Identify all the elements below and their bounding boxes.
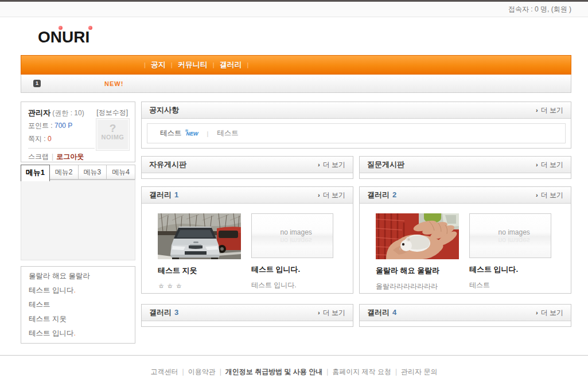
chevron-icon: › <box>536 161 538 168</box>
new-flag: NEW! <box>104 80 123 87</box>
nav-separator: | <box>144 61 146 68</box>
divider: | <box>52 153 53 161</box>
main-content: 공지사항 ›더 보기 테스트 NEW | 테스트 자유게시판 ›더 <box>141 102 571 344</box>
page-footer: 고객센터|이용약관|개인정보 취급방법 및 사용 안내|홈페이지 제작 요청|관… <box>0 355 588 386</box>
no-images-placeholder: no images no images <box>469 213 551 258</box>
board-question-section: 질문게시판 ›더 보기 <box>359 156 571 179</box>
point-label: 포인트 : <box>28 122 54 130</box>
logo-dot-icon <box>59 26 63 30</box>
nav-item-gallery[interactable]: 갤러리 <box>220 60 242 70</box>
gallery-item[interactable]: no images no images 테스트 입니다. 테스트 <box>469 213 552 293</box>
list-item[interactable]: 테스트 입니다. <box>29 283 127 298</box>
gallery-3-section: 갤러리3 ›더 보기 <box>141 304 353 327</box>
no-images-placeholder: no images no images <box>251 213 333 258</box>
gallery-more-link[interactable]: ›더 보기 <box>318 308 345 318</box>
footer-link-privacy[interactable]: 개인정보 취급방법 및 사용 안내 <box>225 368 322 376</box>
memo-label: 쪽지 : <box>28 135 48 143</box>
list-item[interactable]: 테스트 입니다. <box>29 326 127 341</box>
gallery-more-link[interactable]: ›더 보기 <box>536 190 563 200</box>
nav-separator: | <box>247 61 249 68</box>
board-more-link[interactable]: ›더 보기 <box>536 160 563 170</box>
divider: | <box>326 368 328 376</box>
list-item[interactable]: 테스트 지웃 <box>29 312 127 326</box>
profile-noimg-placeholder: ? NOIMG <box>96 118 130 151</box>
memo-value[interactable]: 0 <box>48 135 52 143</box>
notice-more-link[interactable]: ›더 보기 <box>536 106 563 115</box>
gallery-item-title[interactable]: 테스트 입니다. <box>469 264 552 275</box>
list-item[interactable]: 테스트 <box>29 298 127 312</box>
car-photo <box>158 213 241 259</box>
gallery-more-link[interactable]: ›더 보기 <box>536 308 563 318</box>
logout-link[interactable]: 로그아웃 <box>56 153 84 161</box>
gallery-item-title[interactable]: 테스트 입니다. <box>251 264 334 275</box>
footer-link-terms[interactable]: 이용약관 <box>188 368 216 376</box>
footer-link-support[interactable]: 고객센터 <box>151 368 178 376</box>
tab-menu3[interactable]: 메뉴3 <box>79 165 107 180</box>
board-more-link[interactable]: ›더 보기 <box>318 160 345 170</box>
footer-link-request[interactable]: 홈페이지 제작 요청 <box>332 368 391 376</box>
sidebar: 관리자 (권한 : 10) [정보수정] 포인트 : 700 P 쪽지 : 0 … <box>21 102 135 344</box>
gallery-title: 갤러리3 <box>149 307 178 318</box>
visitor-count: 접속자 : 0 명, (회원 ) <box>508 5 571 13</box>
gallery-4-section: 갤러리4 ›더 보기 <box>359 304 571 327</box>
nav-separator: | <box>171 61 173 68</box>
tab-menu2[interactable]: 메뉴2 <box>50 165 79 180</box>
noimg-question: ? <box>96 123 129 134</box>
main-nav: | 공지 | 커뮤니티 | 갤러리 | <box>21 55 571 75</box>
tab-menu4[interactable]: 메뉴4 <box>107 165 135 180</box>
divider: | <box>220 368 221 376</box>
sidebar-tab-panel <box>21 180 135 260</box>
gallery-item-title[interactable]: 테스트 지웃 <box>158 266 241 276</box>
board-title: 질문게시판 <box>367 159 404 170</box>
notice-title: 공지사항 <box>149 105 179 115</box>
notice-section: 공지사항 ›더 보기 테스트 NEW | 테스트 <box>141 102 571 149</box>
admin-permission: (권한 : 10) <box>52 109 84 117</box>
gallery-item-sub: 올랄라라라라라라라 <box>376 282 459 291</box>
gallery-1-section: 갤러리1 ›더 보기 <box>141 186 353 294</box>
sidebar-tabs: 메뉴1 메뉴2 메뉴3 메뉴4 <box>21 165 135 180</box>
nav-separator: | <box>213 61 215 68</box>
gallery-item-sub: 테스트 <box>469 280 552 290</box>
gallery-title: 갤러리1 <box>149 190 178 200</box>
chevron-icon: › <box>536 192 538 198</box>
footer-link-contact[interactable]: 관리자 문의 <box>401 368 437 376</box>
notice-item[interactable]: 테스트 <box>217 128 239 138</box>
nav-item-community[interactable]: 커뮤니티 <box>178 60 208 70</box>
gallery-item-title[interactable]: 울랄라 해요 울랄라 <box>376 266 459 276</box>
edit-profile-link[interactable]: [정보수정] <box>96 107 128 119</box>
chevron-icon: › <box>536 107 538 114</box>
notice-item[interactable]: 테스트 <box>160 128 182 138</box>
gallery-item[interactable]: 테스트 지웃 ㅎ ㅎ ㅎ <box>158 213 241 293</box>
gallery-item[interactable]: 울랄라 해요 울랄라 올랄라라라라라라라 <box>376 213 459 293</box>
nav-item-notice[interactable]: 공지 <box>151 60 166 70</box>
gallery-more-link[interactable]: ›더 보기 <box>318 190 345 200</box>
page-icon[interactable]: 1 <box>33 80 41 87</box>
noimg-label: NOIMG <box>96 134 129 141</box>
gallery-title: 갤러리2 <box>367 190 396 200</box>
admin-name: 관리자 <box>28 108 50 117</box>
board-title: 자유게시판 <box>149 159 186 170</box>
logo-text: ONURI <box>38 28 89 46</box>
gallery-title: 갤러리4 <box>367 307 396 318</box>
chevron-icon: › <box>318 161 320 168</box>
logo-dot-icon <box>88 26 92 30</box>
sidebar-post-list: 울랄라 해요 울랄라 테스트 입니다. 테스트 테스트 지웃 테스트 입니다. <box>21 266 135 344</box>
divider: | <box>395 368 397 376</box>
chevron-icon: › <box>318 309 320 316</box>
point-value[interactable]: 700 P <box>54 122 72 130</box>
gallery-2-section: 갤러리2 ›더 보기 <box>359 186 571 294</box>
site-header: ONURI <box>21 17 571 55</box>
scrap-link[interactable]: 스크랩 <box>28 153 49 161</box>
visitor-bar: 접속자 : 0 명, (회원 ) <box>0 2 588 17</box>
tab-menu1[interactable]: 메뉴1 <box>21 165 50 181</box>
new-badge-icon: NEW <box>186 131 198 137</box>
gallery-item-sub: 테스트 입니다. <box>251 280 334 290</box>
gallery-item[interactable]: no images no images 테스트 입니다. 테스트 입니다. <box>251 213 334 293</box>
chevron-icon: › <box>318 192 320 198</box>
breadcrumb-bar: 1 NEW! <box>21 75 571 93</box>
site-logo[interactable]: ONURI <box>38 28 89 46</box>
list-item[interactable]: 울랄라 해요 울랄라 <box>29 269 127 283</box>
divider: | <box>207 130 209 137</box>
board-free-section: 자유게시판 ›더 보기 <box>141 156 353 179</box>
admin-info-box: 관리자 (권한 : 10) [정보수정] 포인트 : 700 P 쪽지 : 0 … <box>21 102 135 162</box>
